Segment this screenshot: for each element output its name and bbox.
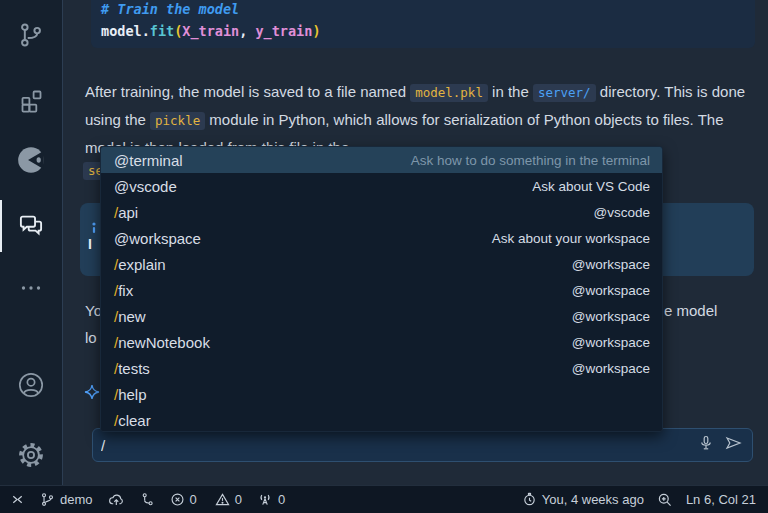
- code-line: model.fit(X_train, y_train): [101, 20, 743, 42]
- send-icon[interactable]: [724, 435, 742, 455]
- active-view-indicator: [0, 200, 2, 252]
- dropdown-item-new[interactable]: /new @workspace: [101, 303, 662, 329]
- problems-status[interactable]: 0 0: [170, 492, 242, 507]
- source-control-icon[interactable]: [17, 21, 45, 49]
- ports-count: 0: [278, 492, 285, 507]
- git-graph-icon[interactable]: [140, 492, 155, 507]
- inline-code-pickle: pickle: [150, 112, 205, 130]
- settings-gear-icon[interactable]: [17, 441, 45, 469]
- more-actions-icon[interactable]: [17, 274, 45, 302]
- dropdown-item-explain[interactable]: /explain @workspace: [101, 251, 662, 277]
- chat-input[interactable]: [101, 437, 698, 454]
- microphone-icon[interactable]: [698, 435, 714, 455]
- extensions-icon[interactable]: [17, 86, 45, 114]
- dropdown-item-vscode[interactable]: @vscode Ask about VS Code: [101, 173, 662, 199]
- dropdown-item-newnotebook[interactable]: /newNotebook @workspace: [101, 329, 662, 355]
- ports-broadcast-status[interactable]: 0: [257, 492, 285, 507]
- error-count: 0: [190, 492, 197, 507]
- inline-code-server-dir: server/: [533, 84, 596, 102]
- zoom-in-icon[interactable]: [657, 492, 673, 508]
- chat-command-dropdown: @terminal Ask how to do something in the…: [100, 146, 663, 432]
- dropdown-item-fix[interactable]: /fix @workspace: [101, 277, 662, 303]
- dropdown-item-terminal[interactable]: @terminal Ask how to do something in the…: [101, 147, 662, 173]
- chat-input-box[interactable]: [92, 428, 753, 462]
- dropdown-item-workspace[interactable]: @workspace Ask about your workspace: [101, 225, 662, 251]
- dropdown-item-api[interactable]: /api @vscode: [101, 199, 662, 225]
- cursor-position[interactable]: Ln 6, Col 21: [686, 492, 756, 507]
- code-block: # Train the model model.fit(X_train, y_t…: [91, 0, 755, 48]
- blame-text: You, 4 weeks ago: [542, 492, 644, 507]
- gitlens-blame-status[interactable]: You, 4 weeks ago: [522, 492, 644, 507]
- pie-extension-icon[interactable]: [17, 146, 45, 174]
- account-icon[interactable]: [17, 371, 45, 399]
- dropdown-item-clear[interactable]: /clear: [101, 407, 662, 432]
- activity-bar: [0, 0, 63, 485]
- dropdown-item-help[interactable]: /help: [101, 381, 662, 407]
- inline-code-model-pkl: model.pkl: [410, 84, 488, 102]
- vscode-window: # Train the model model.fit(X_train, y_t…: [0, 0, 768, 513]
- chat-icon[interactable]: [17, 212, 45, 240]
- publish-cloud-icon[interactable]: [108, 492, 125, 507]
- paragraph-text: After training, the model is saved to a …: [85, 83, 410, 100]
- warning-count: 0: [235, 492, 242, 507]
- dropdown-item-tests[interactable]: /tests @workspace: [101, 355, 662, 381]
- covered-text-fragment: e model: [664, 302, 717, 319]
- paragraph-text: in the: [488, 83, 533, 100]
- git-branch-status[interactable]: demo: [40, 492, 93, 507]
- status-bar: demo 0: [0, 485, 768, 513]
- branch-name: demo: [60, 492, 93, 507]
- copilot-sparkle-icon: [84, 384, 100, 404]
- code-comment-line: # Train the model: [101, 0, 743, 20]
- covered-text-fragment: lo: [85, 329, 97, 346]
- user-message-fragment: I: [88, 236, 92, 252]
- remote-indicator[interactable]: [10, 492, 25, 507]
